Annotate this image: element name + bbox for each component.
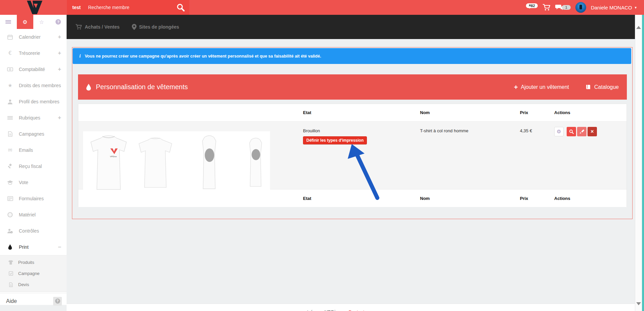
pencil-icon bbox=[579, 129, 584, 134]
sidebar-item-profil-des-membres[interactable]: Profil des membres bbox=[0, 94, 67, 110]
submenu-item-produits[interactable]: Produits bbox=[0, 257, 67, 268]
garment-preview-images: VPDive bbox=[83, 131, 270, 193]
define-print-types-button[interactable]: Définir les types d'impression bbox=[303, 136, 367, 144]
plus-icon[interactable]: + bbox=[58, 114, 61, 121]
sidebar-item-droits-des-membres[interactable]: ★ Droits des membres bbox=[0, 77, 67, 94]
sidebar-item-controles[interactable]: Contrôles bbox=[0, 223, 67, 239]
plus-icon: + bbox=[514, 84, 518, 91]
gavel-icon bbox=[6, 164, 14, 169]
v7-logo-icon bbox=[20, 0, 46, 15]
nom-cell: T-shirt à col rond homme bbox=[420, 122, 520, 189]
nav-item-sites-de-plongees[interactable]: Sites de plongées bbox=[132, 24, 179, 30]
plus-icon[interactable]: + bbox=[58, 66, 61, 73]
search-icon bbox=[176, 3, 185, 12]
tab-settings[interactable]: ⚙ bbox=[17, 15, 34, 29]
file-alt-icon bbox=[7, 282, 14, 287]
footer-contact-link[interactable]: Contact bbox=[348, 309, 364, 311]
sidebar-item-vote[interactable]: Vote bbox=[0, 174, 67, 191]
sidebar-item-label: Reçu fiscal bbox=[19, 164, 42, 169]
scroll-down-arrow-icon[interactable] bbox=[636, 302, 641, 308]
prix-cell: 4,35 € bbox=[520, 122, 554, 189]
user-check-icon bbox=[6, 229, 14, 234]
actions-cell: ⚙ bbox=[554, 122, 627, 189]
scroll-up-arrow-icon[interactable] bbox=[636, 24, 641, 29]
col-header-nom: Nom bbox=[420, 110, 520, 115]
row-view-button[interactable] bbox=[567, 127, 576, 136]
user-menu[interactable]: Daniele MONACO bbox=[591, 5, 632, 10]
book-icon bbox=[585, 84, 591, 90]
droplet-icon bbox=[86, 84, 91, 91]
member-search-block: test bbox=[67, 0, 189, 15]
add-garment-button[interactable]: + Ajouter un vêtement bbox=[514, 84, 569, 91]
teal-edge-strip bbox=[642, 15, 644, 311]
question-icon: ? bbox=[55, 19, 61, 25]
map-marker-icon bbox=[132, 24, 137, 30]
avatar[interactable] bbox=[575, 2, 586, 13]
sidebar-item-label: Droits des membres bbox=[19, 83, 61, 88]
calendar-icon bbox=[6, 34, 14, 40]
notifications-bubble[interactable]: 882 bbox=[526, 3, 537, 8]
graduation-cap-icon bbox=[6, 180, 14, 185]
sidebar-item-print[interactable]: Print – bbox=[0, 239, 67, 255]
sidebar-item-materiel[interactable]: Matériel bbox=[0, 207, 67, 223]
table-row: VPDive bbox=[78, 122, 627, 189]
sidebar-item-comptabilite[interactable]: Comptabilité + bbox=[0, 61, 67, 77]
col-footer-prix: Prix bbox=[520, 196, 554, 201]
caret-down-icon[interactable]: ▾ bbox=[635, 5, 637, 10]
aide-section: Aide ? bbox=[0, 293, 67, 309]
sidebar-item-rubriques[interactable]: Rubriques + bbox=[0, 110, 67, 126]
col-footer-actions: Actions bbox=[554, 196, 627, 201]
sidebar-item-emails[interactable]: ✉ Emails bbox=[0, 142, 67, 158]
search-input[interactable] bbox=[88, 5, 172, 10]
brand-logo[interactable] bbox=[20, 0, 46, 15]
chat-count-badge: 1 bbox=[562, 5, 571, 10]
print-products-panel: i Vous ne pourrez créer une campagne qu'… bbox=[72, 47, 633, 219]
panel-header: Personnalisation de vêtements + Ajouter … bbox=[78, 74, 627, 100]
submenu-item-label: Campagne bbox=[18, 271, 40, 276]
footer-bar: Infos VPDive Contact bbox=[67, 304, 635, 311]
sidebar-item-label: Rubriques bbox=[19, 115, 40, 120]
tab-favorites[interactable]: ☆ bbox=[33, 15, 50, 29]
sidebar-item-label: Trésorerie bbox=[19, 50, 40, 56]
header-right-cluster: 882 1 Daniele MONACO ▾ bbox=[526, 0, 637, 15]
submenu-item-devis[interactable]: Devis bbox=[0, 279, 67, 290]
sidebar-item-label: Emails bbox=[19, 147, 33, 153]
aide-help-button[interactable]: ? bbox=[53, 297, 62, 306]
plus-icon[interactable]: + bbox=[58, 34, 61, 40]
info-banner-text: Vous ne pourrez créer une campagne qu'ap… bbox=[85, 54, 321, 59]
search-button[interactable] bbox=[172, 0, 189, 15]
nav-item-achats-ventes[interactable]: Achats / Ventes bbox=[75, 24, 120, 30]
sidebar-item-campagnes[interactable]: Campagnes bbox=[0, 126, 67, 142]
hamburger-icon bbox=[5, 20, 11, 24]
row-delete-button[interactable]: × bbox=[588, 127, 597, 136]
page-scrollbar[interactable] bbox=[635, 15, 642, 311]
sidebar-item-calendrier[interactable]: Calendrier + bbox=[0, 29, 67, 45]
sidebar-item-formulaires[interactable]: Formulaires bbox=[0, 191, 67, 207]
row-edit-button[interactable] bbox=[577, 127, 586, 136]
tab-menu[interactable] bbox=[0, 15, 17, 29]
star-outline-icon: ☆ bbox=[39, 19, 44, 25]
cart-icon[interactable] bbox=[542, 4, 551, 11]
print-submenu: Produits Campagne Devis bbox=[0, 255, 67, 292]
plus-icon[interactable]: + bbox=[58, 50, 61, 57]
sidebar-item-recu-fiscal[interactable]: Reçu fiscal bbox=[0, 158, 67, 174]
catalogue-button[interactable]: Catalogue bbox=[585, 84, 619, 90]
sidebar-item-label: Formulaires bbox=[19, 196, 44, 201]
minus-icon[interactable]: – bbox=[58, 244, 61, 250]
envelope-icon: ✉ bbox=[6, 147, 14, 153]
submenu-item-label: Produits bbox=[18, 260, 34, 265]
tab-help[interactable]: ? bbox=[50, 15, 67, 29]
user-icon bbox=[6, 99, 14, 104]
close-icon: × bbox=[591, 129, 594, 135]
col-header-etat: Etat bbox=[303, 110, 420, 115]
submenu-item-campagne[interactable]: Campagne bbox=[0, 268, 67, 279]
sidebar-item-tresorerie[interactable]: € Trésorerie + bbox=[0, 45, 67, 61]
sidebar-item-label: Comptabilité bbox=[19, 67, 45, 72]
file-icon bbox=[6, 131, 14, 137]
cart-icon bbox=[75, 24, 82, 30]
sidebar-item-label: Print bbox=[19, 244, 29, 250]
row-settings-button[interactable]: ⚙ bbox=[554, 127, 564, 136]
sidebar-item-label: Profil des membres bbox=[19, 99, 60, 104]
nav-item-label: Achats / Ventes bbox=[85, 24, 120, 30]
chat-group[interactable]: 1 bbox=[555, 4, 571, 11]
